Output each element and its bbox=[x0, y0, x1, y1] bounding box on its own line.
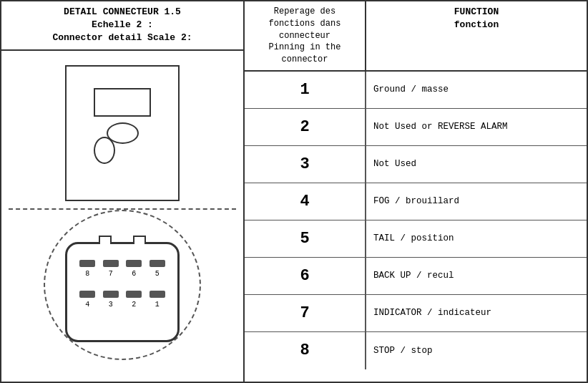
nub-right bbox=[133, 236, 146, 244]
table-row: 5 TAIL / position bbox=[245, 220, 587, 258]
left-title: DETAIL CONNECTEUR 1.5 Echelle 2 : Connec… bbox=[1, 1, 243, 51]
col-function-header: FUNCTION fonction bbox=[366, 1, 587, 70]
connector-rect bbox=[94, 88, 151, 117]
cell-function-5: TAIL / position bbox=[366, 220, 587, 257]
title-line3: Connector detail Scale 2: bbox=[7, 31, 237, 44]
function-table: 1 Ground / masse 2 Not Used or REVERSE A… bbox=[245, 72, 587, 369]
table-row: 6 BACK UP / recul bbox=[245, 258, 587, 295]
pin-4 bbox=[79, 291, 95, 298]
cell-function-8: STOP / stop bbox=[366, 332, 587, 369]
cell-number-5: 5 bbox=[245, 220, 366, 257]
pinning-line4: Pinning in the bbox=[250, 42, 359, 54]
right-header: Reperage des fonctions dans connecteur P… bbox=[245, 1, 587, 72]
cell-number-6: 6 bbox=[245, 258, 366, 294]
pin-label-3: 3 bbox=[103, 301, 119, 309]
connector-nubs bbox=[99, 236, 146, 244]
cell-number-8: 8 bbox=[245, 332, 366, 369]
pin-connector: 8 7 6 5 4 3 2 bbox=[65, 242, 180, 342]
table-row: 4 FOG / brouillard bbox=[245, 183, 587, 220]
cell-function-2: Not Used or REVERSE ALARM bbox=[366, 109, 587, 145]
left-content: 8 7 6 5 4 3 2 bbox=[1, 51, 243, 382]
pinning-line1: Reperage des bbox=[250, 6, 359, 18]
pinning-line2: fonctions dans bbox=[250, 18, 359, 30]
pin-label-4: 4 bbox=[79, 301, 95, 309]
pin-labels-bottom: 4 3 2 1 bbox=[67, 301, 177, 309]
title-line1: DETAIL CONNECTEUR 1.5 bbox=[7, 6, 237, 19]
pin-label-7: 7 bbox=[103, 270, 119, 278]
table-row: 8 STOP / stop bbox=[245, 332, 587, 369]
cell-number-7: 7 bbox=[245, 295, 366, 331]
right-panel: Reperage des fonctions dans connecteur P… bbox=[245, 1, 587, 382]
pin-label-1: 1 bbox=[150, 301, 165, 309]
cell-function-1: Ground / masse bbox=[366, 72, 587, 108]
pin-7 bbox=[103, 260, 119, 267]
nub-left bbox=[99, 236, 112, 244]
function-line2: fonction bbox=[372, 19, 581, 31]
table-row: 7 INDICATOR / indicateur bbox=[245, 295, 587, 332]
pinning-line5: connector bbox=[250, 54, 359, 66]
pin-1 bbox=[150, 291, 165, 298]
main-container: DETAIL CONNECTEUR 1.5 Echelle 2 : Connec… bbox=[0, 0, 588, 383]
col-pinning-header: Reperage des fonctions dans connecteur P… bbox=[245, 1, 366, 70]
pin-row-bottom bbox=[67, 291, 177, 298]
pin-3 bbox=[103, 291, 119, 298]
cell-number-3: 3 bbox=[245, 146, 366, 183]
table-row: 2 Not Used or REVERSE ALARM bbox=[245, 109, 587, 146]
left-panel: DETAIL CONNECTEUR 1.5 Echelle 2 : Connec… bbox=[1, 1, 245, 382]
table-row: 3 Not Used bbox=[245, 146, 587, 183]
cell-function-3: Not Used bbox=[366, 146, 587, 183]
cell-function-7: INDICATOR / indicateur bbox=[366, 295, 587, 331]
connector-top-diagram bbox=[65, 65, 180, 201]
cell-number-2: 2 bbox=[245, 109, 366, 145]
cell-number-4: 4 bbox=[245, 183, 366, 220]
pin-5 bbox=[150, 260, 165, 267]
pinning-line3: connecteur bbox=[250, 30, 359, 42]
connector-oval-left bbox=[94, 137, 115, 164]
pin-2 bbox=[126, 291, 142, 298]
table-row: 1 Ground / masse bbox=[245, 72, 587, 109]
cell-function-4: FOG / brouillard bbox=[366, 183, 587, 220]
title-line2: Echelle 2 : bbox=[7, 19, 237, 31]
pin-label-8: 8 bbox=[79, 270, 95, 278]
pin-label-2: 2 bbox=[126, 301, 142, 309]
cell-function-6: BACK UP / recul bbox=[366, 258, 587, 294]
pin-label-5: 5 bbox=[150, 270, 165, 278]
pin-labels-top: 8 7 6 5 bbox=[67, 270, 177, 278]
pin-row-top bbox=[67, 260, 177, 267]
pin-label-6: 6 bbox=[126, 270, 142, 278]
pin-8 bbox=[79, 260, 95, 267]
function-line1: FUNCTION bbox=[372, 6, 581, 19]
cell-number-1: 1 bbox=[245, 72, 366, 108]
circle-container: 8 7 6 5 4 3 2 bbox=[29, 203, 215, 367]
pin-6 bbox=[126, 260, 142, 267]
